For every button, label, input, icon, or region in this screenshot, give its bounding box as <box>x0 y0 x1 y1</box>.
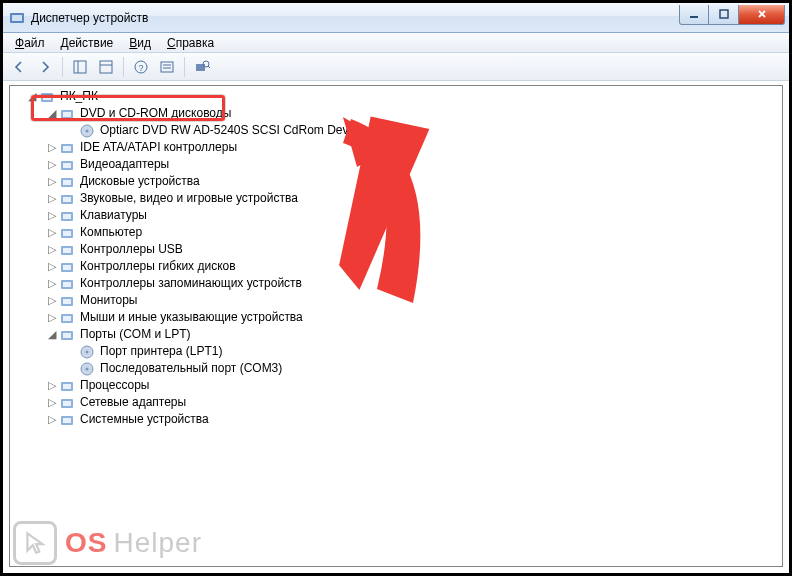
tree-category-label: Мониторы <box>78 292 139 309</box>
svg-rect-39 <box>63 282 71 287</box>
category-icon <box>59 310 75 326</box>
device-tree-panel: ◢ПК_ПК◢DVD и CD-ROM дисководыOptiarc DVD… <box>9 85 783 567</box>
tree-root[interactable]: ◢ПК_ПК <box>26 88 782 105</box>
svg-rect-23 <box>63 146 71 151</box>
menu-help[interactable]: Справка <box>159 35 222 51</box>
menu-view[interactable]: Вид <box>121 35 159 51</box>
device-tree: ◢ПК_ПК◢DVD и CD-ROM дисководыOptiarc DVD… <box>10 86 782 428</box>
expand-icon[interactable]: ▷ <box>46 139 58 156</box>
tree-device[interactable]: Последовательный порт (COM3) <box>66 360 782 377</box>
tree-category-label: Контроллеры запоминающих устройств <box>78 275 304 292</box>
tree-category[interactable]: ▷Клавиатуры <box>46 207 782 224</box>
svg-point-47 <box>86 350 89 353</box>
category-icon <box>59 276 75 292</box>
expand-icon[interactable]: ▷ <box>46 394 58 411</box>
expand-icon[interactable]: ▷ <box>46 258 58 275</box>
svg-rect-2 <box>690 16 698 18</box>
svg-rect-35 <box>63 248 71 253</box>
svg-rect-6 <box>100 61 112 73</box>
svg-point-21 <box>86 129 89 132</box>
show-hide-tree-button[interactable] <box>68 56 92 78</box>
tree-category-label: Клавиатуры <box>78 207 149 224</box>
toolbar: ? <box>3 53 789 81</box>
tree-category[interactable]: ◢Порты (COM и LPT) <box>46 326 782 343</box>
svg-point-49 <box>86 367 89 370</box>
tree-category[interactable]: ▷Дисковые устройства <box>46 173 782 190</box>
category-icon <box>59 225 75 241</box>
tree-category[interactable]: ▷Контроллеры USB <box>46 241 782 258</box>
expand-icon[interactable]: ▷ <box>46 156 58 173</box>
svg-rect-53 <box>63 401 71 406</box>
tree-category[interactable]: ▷Контроллеры запоминающих устройств <box>46 275 782 292</box>
toolbar-separator <box>184 57 185 77</box>
tree-category[interactable]: ▷Звуковые, видео и игровые устройства <box>46 190 782 207</box>
tree-device-label: Порт принтера (LPT1) <box>98 343 224 360</box>
tree-category[interactable]: ▷Контроллеры гибких дисков <box>46 258 782 275</box>
expand-icon[interactable]: ▷ <box>46 309 58 326</box>
expand-icon[interactable]: ▷ <box>46 411 58 428</box>
tree-root-label: ПК_ПК <box>58 88 100 105</box>
close-button[interactable] <box>739 5 785 25</box>
expand-icon[interactable]: ◢ <box>26 88 38 105</box>
tree-category-label: Контроллеры гибких дисков <box>78 258 238 275</box>
scan-hardware-button[interactable] <box>190 56 214 78</box>
expand-icon[interactable]: ◢ <box>46 105 58 122</box>
menu-action[interactable]: Действие <box>53 35 122 51</box>
help-button[interactable]: ? <box>129 56 153 78</box>
forward-button[interactable] <box>33 56 57 78</box>
properties-button[interactable] <box>94 56 118 78</box>
tree-category-label: Мыши и иные указывающие устройства <box>78 309 305 326</box>
svg-rect-45 <box>63 333 71 338</box>
tree-category[interactable]: ▷Сетевые адаптеры <box>46 394 782 411</box>
tree-category-label: Звуковые, видео и игровые устройства <box>78 190 300 207</box>
svg-rect-4 <box>74 61 86 73</box>
svg-rect-51 <box>63 384 71 389</box>
svg-rect-37 <box>63 265 71 270</box>
category-icon <box>59 412 75 428</box>
tree-category[interactable]: ▷Компьютер <box>46 224 782 241</box>
expand-icon[interactable]: ▷ <box>46 190 58 207</box>
minimize-button[interactable] <box>679 5 709 25</box>
tree-category-label: Системные устройства <box>78 411 211 428</box>
expand-icon[interactable]: ▷ <box>46 173 58 190</box>
tree-device-label: Optiarc DVD RW AD-5240S SCSI CdRom Devic… <box>98 122 366 139</box>
category-icon <box>59 293 75 309</box>
tree-category-label: Процессоры <box>78 377 152 394</box>
tree-device[interactable]: Порт принтера (LPT1) <box>66 343 782 360</box>
expand-icon[interactable]: ▷ <box>46 292 58 309</box>
category-icon <box>59 259 75 275</box>
tree-category-label: Порты (COM и LPT) <box>78 326 193 343</box>
tree-category[interactable]: ◢DVD и CD-ROM дисководы <box>46 105 782 122</box>
expand-icon[interactable]: ▷ <box>46 275 58 292</box>
svg-rect-10 <box>161 62 173 72</box>
svg-rect-41 <box>63 299 71 304</box>
expand-icon[interactable]: ▷ <box>46 241 58 258</box>
window-controls <box>679 5 785 25</box>
tree-category[interactable]: ▷Мыши и иные указывающие устройства <box>46 309 782 326</box>
tree-category[interactable]: ▷Системные устройства <box>46 411 782 428</box>
expand-icon[interactable]: ▷ <box>46 377 58 394</box>
menu-help-rest: правка <box>176 36 214 50</box>
tree-category[interactable]: ▷Процессоры <box>46 377 782 394</box>
tree-category-label: Компьютер <box>78 224 144 241</box>
tree-device[interactable]: Optiarc DVD RW AD-5240S SCSI CdRom Devic… <box>66 122 782 139</box>
toolbar-separator <box>62 57 63 77</box>
svg-rect-31 <box>63 214 71 219</box>
expand-icon[interactable]: ▷ <box>46 224 58 241</box>
tree-category[interactable]: ▷Мониторы <box>46 292 782 309</box>
svg-rect-27 <box>63 180 71 185</box>
view-button[interactable] <box>155 56 179 78</box>
tree-category[interactable]: ▷IDE ATA/ATAPI контроллеры <box>46 139 782 156</box>
computer-icon <box>39 89 55 105</box>
tree-category[interactable]: ▷Видеоадаптеры <box>46 156 782 173</box>
category-icon <box>59 174 75 190</box>
category-icon <box>59 242 75 258</box>
expand-icon[interactable]: ▷ <box>46 207 58 224</box>
menu-file-rest: айл <box>24 36 44 50</box>
maximize-button[interactable] <box>709 5 739 25</box>
device-icon <box>79 344 95 360</box>
menu-file[interactable]: Файл <box>7 35 53 51</box>
back-button[interactable] <box>7 56 31 78</box>
tree-device-label: Последовательный порт (COM3) <box>98 360 284 377</box>
expand-icon[interactable]: ◢ <box>46 326 58 343</box>
